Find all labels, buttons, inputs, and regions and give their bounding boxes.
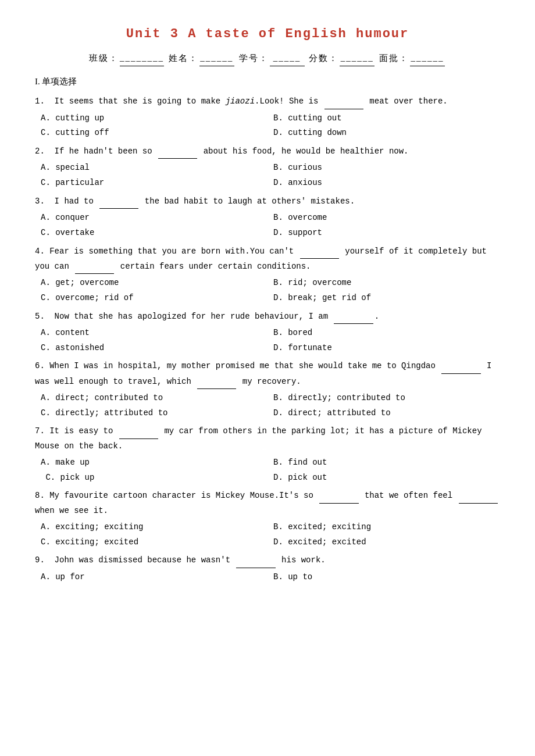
option-6c: C. directly; attributed to: [35, 406, 268, 420]
question-1: 1. It seems that she is going to make ji…: [35, 94, 500, 140]
option-6a: A. direct; contributed to: [35, 391, 268, 405]
italic-word: jiaozi: [226, 97, 255, 106]
question-7: 7. It is easy to my car from others in t…: [35, 423, 500, 484]
question-4-text: 4. Fear is something that you are born w…: [35, 244, 500, 274]
question-7-options-row1: A. make up B. find out: [35, 456, 500, 470]
label-id: 学号：: [239, 54, 269, 63]
question-7-text: 7. It is easy to my car from others in t…: [35, 423, 500, 453]
option-5d: D. fortunate: [268, 341, 500, 355]
question-8-options-row2: C. exciting; excited D. excited; excited: [35, 536, 500, 550]
option-9b: B. up to: [268, 570, 500, 584]
blank-class: ________: [120, 51, 164, 66]
question-3: 3. I had to the bad habit to laugh at ot…: [35, 194, 500, 240]
option-2b: B. curious: [268, 161, 500, 175]
label-review: 面批：: [379, 54, 409, 63]
option-7a: A. make up: [35, 456, 268, 470]
blank-name: ______: [199, 51, 234, 66]
option-7d: D. pick out: [268, 471, 500, 485]
option-7b: B. find out: [268, 456, 500, 470]
blank-id: _____: [270, 51, 305, 66]
option-2a: A. special: [35, 161, 268, 175]
option-8b: B. excited; exciting: [268, 520, 500, 534]
option-4d: D. break; get rid of: [268, 291, 500, 305]
question-2-text: 2. If he hadn't been so about his food, …: [35, 144, 500, 159]
question-1-options-row2: C. cutting off D. cutting down: [35, 126, 500, 140]
question-4: 4. Fear is something that you are born w…: [35, 244, 500, 305]
option-6d: D. direct; attributed to: [268, 406, 500, 420]
question-6-text: 6. When I was in hospital, my mother pro…: [35, 358, 500, 388]
option-5b: B. bored: [268, 326, 500, 340]
question-2: 2. If he hadn't been so about his food, …: [35, 144, 500, 190]
question-4-options-row1: A. get; overcome B. rid; overcome: [35, 276, 500, 290]
option-2c: C. particular: [35, 176, 268, 190]
option-4a: A. get; overcome: [35, 276, 268, 290]
question-4-options-row2: C. overcome; rid of D. break; get rid of: [35, 291, 500, 305]
header-info: 班级：________ 姓名：______ 学号：_____ 分数：______…: [35, 51, 500, 66]
question-6-options-row2: C. directly; attributed to D. direct; at…: [35, 406, 500, 420]
option-1c: C. cutting off: [35, 126, 268, 140]
option-1b: B. cutting out: [268, 112, 500, 126]
question-1-options-row1: A. cutting up B. cutting out: [35, 112, 500, 126]
option-9a: A. up for: [35, 570, 268, 584]
option-3a: A. conquer: [35, 211, 268, 225]
option-7c: C. pick up: [35, 471, 268, 485]
option-3c: C. overtake: [35, 226, 268, 240]
section-title: I. 单项选择: [35, 74, 500, 90]
question-1-text: 1. It seems that she is going to make ji…: [35, 94, 500, 109]
option-3d: D. support: [268, 226, 500, 240]
option-5a: A. content: [35, 326, 268, 340]
question-8-options-row1: A. exciting; exciting B. excited; exciti…: [35, 520, 500, 534]
question-3-text: 3. I had to the bad habit to laugh at ot…: [35, 194, 500, 209]
question-2-options-row1: A. special B. curious: [35, 161, 500, 175]
option-8a: A. exciting; exciting: [35, 520, 268, 534]
question-5-text: 5. Now that she has apologized for her r…: [35, 309, 500, 324]
question-9: 9. John was dismissed because he wasn't …: [35, 552, 500, 584]
question-3-options-row2: C. overtake D. support: [35, 226, 500, 240]
option-6b: B. directly; contributed to: [268, 391, 500, 405]
option-3b: B. overcome: [268, 211, 500, 225]
option-8c: C. exciting; excited: [35, 536, 268, 550]
label-score: 分数：: [309, 54, 338, 63]
option-2d: D. anxious: [268, 176, 500, 190]
blank-review: ______: [410, 51, 445, 66]
question-7-options-row2: C. pick up D. pick out: [35, 471, 500, 485]
question-6-options-row1: A. direct; contributed to B. directly; c…: [35, 391, 500, 405]
question-8: 8. My favourite cartoon character is Mic…: [35, 488, 500, 549]
option-8d: D. excited; excited: [268, 536, 500, 550]
question-9-options-row1: A. up for B. up to: [35, 570, 500, 584]
question-3-options-row1: A. conquer B. overcome: [35, 211, 500, 225]
option-4b: B. rid; overcome: [268, 276, 500, 290]
option-1d: D. cutting down: [268, 126, 500, 140]
question-5-options-row1: A. content B. bored: [35, 326, 500, 340]
question-8-text: 8. My favourite cartoon character is Mic…: [35, 488, 500, 518]
question-2-options-row2: C. particular D. anxious: [35, 176, 500, 190]
option-5c: C. astonished: [35, 341, 268, 355]
label-class: 班级：: [89, 54, 119, 63]
option-1a: A. cutting up: [35, 112, 268, 126]
option-4c: C. overcome; rid of: [35, 291, 268, 305]
page-title: Unit 3 A taste of English humour: [35, 23, 500, 45]
question-9-text: 9. John was dismissed because he wasn't …: [35, 552, 500, 568]
label-name: 姓名：: [169, 54, 198, 63]
question-5-options-row2: C. astonished D. fortunate: [35, 341, 500, 355]
question-6: 6. When I was in hospital, my mother pro…: [35, 358, 500, 420]
blank-score: ______: [340, 51, 374, 66]
question-5: 5. Now that she has apologized for her r…: [35, 309, 500, 355]
